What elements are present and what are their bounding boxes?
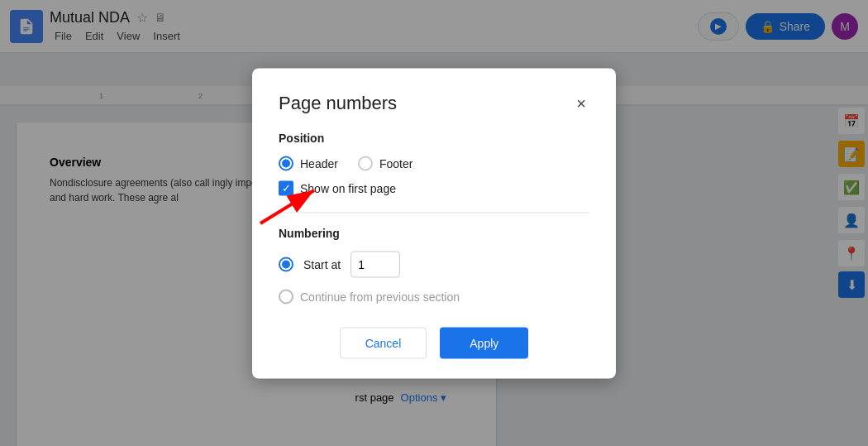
start-at-label: Start at	[303, 257, 341, 271]
show-first-page-checkbox[interactable]: ✓	[279, 180, 293, 195]
start-at-radio[interactable]	[279, 257, 293, 271]
footer-option[interactable]: Footer	[358, 156, 413, 170]
start-at-row: Start at	[279, 251, 589, 277]
show-first-page-label: Show on first page	[300, 181, 396, 194]
continue-option[interactable]: Continue from previous section	[279, 289, 589, 304]
header-label: Header	[300, 156, 338, 170]
footer-label: Footer	[379, 156, 413, 170]
apply-button[interactable]: Apply	[440, 327, 528, 358]
cancel-button[interactable]: Cancel	[340, 327, 427, 358]
modal-header: Page numbers ×	[279, 91, 589, 114]
continue-radio[interactable]	[279, 289, 293, 304]
modal-footer: Cancel Apply	[279, 327, 589, 358]
header-radio[interactable]	[279, 156, 293, 170]
close-button[interactable]: ×	[573, 91, 589, 114]
show-first-page-row: ✓ Show on first page	[279, 180, 589, 195]
position-label: Position	[279, 131, 589, 144]
page-numbers-modal: Page numbers × Position Header Footer ✓ …	[252, 68, 616, 378]
footer-radio[interactable]	[358, 156, 373, 170]
section-divider	[279, 212, 589, 213]
continue-label: Continue from previous section	[300, 290, 460, 303]
modal-title: Page numbers	[279, 92, 397, 113]
start-at-input[interactable]	[351, 251, 400, 277]
header-option[interactable]: Header	[279, 156, 338, 170]
position-radio-group: Header Footer	[279, 156, 589, 170]
numbering-label: Numbering	[279, 226, 589, 239]
